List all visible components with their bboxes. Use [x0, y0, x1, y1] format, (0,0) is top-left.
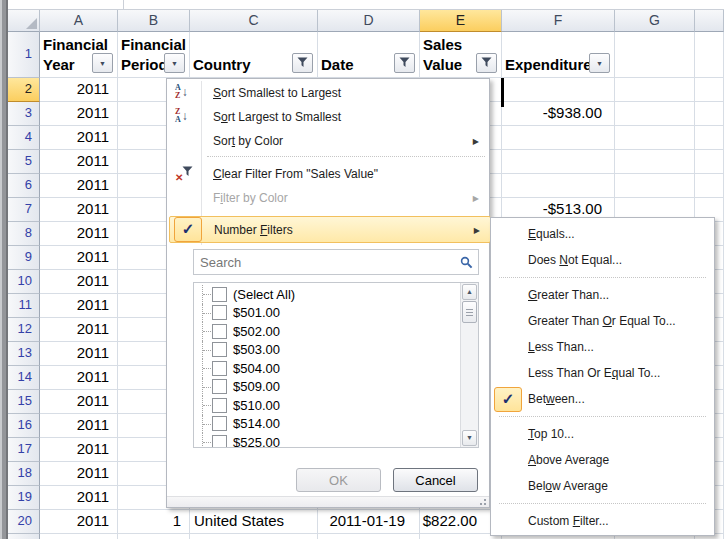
checkbox-unchecked-icon[interactable] [212, 416, 227, 431]
submenu-item-less-than[interactable]: Less Than... [493, 334, 714, 360]
search-input[interactable] [193, 249, 479, 275]
cell-h2[interactable] [695, 78, 724, 102]
cell-g5[interactable] [615, 150, 695, 174]
row-header-3[interactable]: 3 [8, 102, 40, 126]
cell-a16[interactable]: 2011 [40, 414, 118, 438]
filter-button-financial-year[interactable]: ▼ [92, 53, 113, 73]
column-header-b[interactable]: B [118, 10, 190, 32]
cell-g2[interactable] [615, 78, 695, 102]
cell-a4[interactable]: 2011 [40, 126, 118, 150]
row-header-13[interactable]: 13 [8, 342, 40, 366]
cell-a17[interactable]: 2011 [40, 438, 118, 462]
submenu-item-less-than-or-equal-to[interactable]: Less Than Or Equal To... [493, 360, 714, 386]
cell-a20[interactable]: 2011 [40, 510, 118, 534]
cell-a7[interactable]: 2011 [40, 198, 118, 222]
cell-h6[interactable] [695, 174, 724, 198]
checkbox-unchecked-icon[interactable] [212, 324, 227, 339]
cell-f4[interactable] [502, 126, 615, 150]
cell-a5[interactable]: 2011 [40, 150, 118, 174]
row-header-11[interactable]: 11 [8, 294, 40, 318]
column-header-g[interactable]: G [615, 10, 695, 32]
scrollbar-thumb[interactable] [462, 301, 477, 323]
row-header-10[interactable]: 10 [8, 270, 40, 294]
cell-f5[interactable] [502, 150, 615, 174]
row-header-20[interactable]: 20 [8, 510, 40, 534]
row-header-4[interactable]: 4 [8, 126, 40, 150]
row-header-16[interactable]: 16 [8, 414, 40, 438]
row-header-5[interactable]: 5 [8, 150, 40, 174]
row-header-6[interactable]: 6 [8, 174, 40, 198]
menu-item-number-filters[interactable]: ✓Number Filters▶ [169, 216, 491, 243]
filter-value-502-00[interactable]: $502.00 [194, 322, 461, 341]
cell-a10[interactable]: 2011 [40, 270, 118, 294]
cell-e1[interactable]: SalesValue [420, 32, 502, 78]
menu-item-filter-by-color[interactable]: Filter by Color▶ [169, 186, 489, 210]
checkbox-unchecked-icon[interactable] [212, 361, 227, 376]
cell-d21[interactable] [318, 534, 420, 539]
row-header-18[interactable]: 18 [8, 462, 40, 486]
cell-a13[interactable]: 2011 [40, 342, 118, 366]
cell-g1[interactable] [615, 32, 695, 78]
row-header-19[interactable]: 19 [8, 486, 40, 510]
filter-value-525-00[interactable]: $525.00 [194, 433, 461, 448]
row-header-15[interactable]: 15 [8, 390, 40, 414]
ok-button[interactable]: OK [296, 468, 381, 492]
cell-c20[interactable]: United States [190, 510, 318, 534]
row-header-17[interactable]: 17 [8, 438, 40, 462]
row-header-7[interactable]: 7 [8, 198, 40, 222]
cell-g6[interactable] [615, 174, 695, 198]
submenu-item-greater-than-or-equal-to[interactable]: Greater Than Or Equal To... [493, 308, 714, 334]
cell-a19[interactable]: 2011 [40, 486, 118, 510]
submenu-item-between[interactable]: ✓Between... [493, 386, 714, 412]
filter-button-date[interactable] [394, 53, 415, 73]
cell-a1[interactable]: FinancialYear▼ [40, 32, 118, 78]
column-header-f[interactable]: F [502, 10, 615, 32]
cell-c1[interactable]: Country [190, 32, 318, 78]
cell-f1[interactable]: Expenditure▼ [502, 32, 615, 78]
cell-d20[interactable]: 2011-01-19 [318, 510, 420, 534]
menu-item-clear-filter-from-sales-value[interactable]: ✕Clear Filter From "Sales Value" [169, 162, 489, 186]
checkbox-unchecked-icon[interactable] [212, 305, 227, 320]
cell-a8[interactable]: 2011 [40, 222, 118, 246]
cell-g4[interactable] [615, 126, 695, 150]
filter-value-514-00[interactable]: $514.00 [194, 415, 461, 434]
cell-d1[interactable]: Date [318, 32, 420, 78]
checkbox-unchecked-icon[interactable] [212, 287, 227, 302]
menu-item-sort-largest-to-smallest[interactable]: ZA↓Sort Largest to Smallest [169, 105, 489, 129]
cell-b1[interactable]: FinancialPeriod▼ [118, 32, 190, 78]
filter-value-503-00[interactable]: $503.00 [194, 341, 461, 360]
row-header-14[interactable]: 14 [8, 366, 40, 390]
filter-value-510-00[interactable]: $510.00 [194, 396, 461, 415]
scroll-up-button[interactable]: ▲ [462, 284, 477, 300]
cell-b20[interactable]: 1 [118, 510, 190, 534]
cancel-button[interactable]: Cancel [393, 468, 478, 492]
cell-c21[interactable] [190, 534, 318, 539]
filter-button-country[interactable] [292, 53, 313, 73]
cell-g3[interactable] [615, 102, 695, 126]
filter-value-509-00[interactable]: $509.00 [194, 378, 461, 397]
menu-item-sort-by-color[interactable]: Sort by Color▶ [169, 129, 489, 153]
cell-h1[interactable] [695, 32, 724, 78]
cell-f2[interactable] [502, 78, 615, 102]
submenu-item-does-not-equal[interactable]: Does Not Equal... [493, 247, 714, 273]
cell-a9[interactable]: 2011 [40, 246, 118, 270]
column-header-a[interactable]: A [40, 10, 118, 32]
row-header-8[interactable]: 8 [8, 222, 40, 246]
cell-h5[interactable] [695, 150, 724, 174]
cell-f6[interactable] [502, 174, 615, 198]
filter-button-financial-period[interactable]: ▼ [164, 53, 185, 73]
resize-grip-icon[interactable] [477, 498, 486, 505]
cell-a2[interactable]: 2011 [40, 78, 118, 102]
cell-a6[interactable]: 2011 [40, 174, 118, 198]
cell-f3[interactable]: -$938.00 [502, 102, 615, 126]
column-header-c[interactable]: C [190, 10, 318, 32]
submenu-item-custom-filter[interactable]: Custom Filter... [493, 508, 714, 534]
filter-value-504-00[interactable]: $504.00 [194, 359, 461, 378]
filter-button-sales-value[interactable] [476, 53, 497, 73]
submenu-item-greater-than[interactable]: Greater Than... [493, 282, 714, 308]
checkbox-unchecked-icon[interactable] [212, 398, 227, 413]
menu-item-sort-smallest-to-largest[interactable]: AZ↓Sort Smallest to Largest [169, 81, 489, 105]
list-scrollbar[interactable]: ▲ ▼ [460, 283, 478, 447]
cell-a11[interactable]: 2011 [40, 294, 118, 318]
row-header-12[interactable]: 12 [8, 318, 40, 342]
